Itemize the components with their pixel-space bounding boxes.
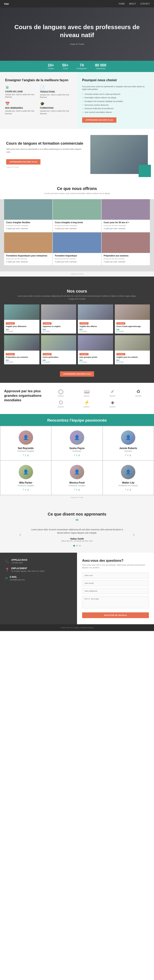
team-name-walter: Walter Lily	[106, 481, 150, 484]
dot-2[interactable]	[76, 545, 78, 547]
mila-facebook-icon[interactable]: f	[23, 488, 24, 491]
testimonial-next-button[interactable]: ›	[133, 532, 135, 537]
nos-cours-title: Nos cours	[4, 283, 150, 295]
why-list: Ommodo veniam sunt in culpa qui deserunt…	[82, 93, 149, 114]
contact-phone-label: APPELEZ-NOUS	[11, 559, 27, 561]
cours-title-3: Anglais des affaires	[79, 325, 111, 328]
cours-price-8: $65	[116, 359, 148, 361]
logo-item-4: ♻ CERFET	[127, 389, 150, 397]
cours-price-label-4: Prix Anglais	[116, 331, 148, 332]
offering-price-5: À partir par mois: mensuel	[55, 261, 99, 263]
dot-3[interactable]	[79, 545, 81, 547]
sasha-twitter-icon[interactable]: y	[76, 454, 77, 456]
cours-title-6: Cours particuliers	[43, 356, 75, 359]
walter-twitter-icon[interactable]: y	[127, 488, 128, 491]
cours-card-7: Prochaine Inter-groupes privés $65 Prix …	[78, 335, 113, 364]
cours-card-1: Prochaine Anglais pour débutants $48 Pri…	[4, 304, 39, 334]
logo-item-3: ✓ CERFET	[101, 389, 124, 397]
why-item-3: Excepteur sint occaecat cupidatat non pr…	[82, 100, 149, 103]
offering-text-6: Et quis per aut olim mensuel	[104, 258, 148, 260]
nat-google-icon[interactable]: g	[27, 454, 29, 456]
name-input[interactable]	[82, 573, 149, 578]
logo-item-1: ◯ CERFET	[49, 389, 72, 397]
logo-label-1: CERFET	[58, 395, 64, 397]
logo-icon-5: ⬡	[59, 400, 63, 405]
monica-twitter-icon[interactable]: y	[76, 488, 77, 491]
jennie-facebook-icon[interactable]: f	[125, 454, 126, 456]
team-title: Rencontrez l'équipe passionnée	[4, 418, 150, 423]
phone-input[interactable]	[82, 588, 149, 594]
logo-label-3: CERFET	[109, 395, 116, 397]
header: logo HOME ABOUT CONTACT	[0, 0, 154, 7]
monica-facebook-icon[interactable]: f	[74, 488, 75, 491]
logo-label-4: CERFET	[135, 395, 142, 397]
team-role-monica: Professeur d'anglais	[55, 485, 99, 487]
email-input[interactable]	[82, 581, 149, 586]
commercial-learn-more-button[interactable]: APPRENDRE ENCORE PLUS	[6, 159, 40, 164]
jennie-twitter-icon[interactable]: y	[127, 454, 128, 456]
submit-button[interactable]: DISCUTER DE NOVEAU	[82, 612, 149, 618]
offering-text-4: Et quis per aut olim mensuel	[6, 258, 50, 260]
message-textarea[interactable]	[82, 596, 149, 608]
monica-google-icon[interactable]: g	[79, 488, 80, 491]
cours-learn-more-container: APPRENDRE ENCORE PLUS	[4, 368, 150, 377]
offerings-subtitle: Ut enim ad minim veniam, quis nostrud ex…	[0, 192, 154, 199]
walter-google-icon[interactable]: g	[130, 488, 131, 491]
online-icon: 🖥	[5, 85, 37, 90]
offering-price-6: À partir par mois: mensuel	[104, 261, 148, 263]
sasha-google-icon[interactable]: g	[79, 454, 80, 456]
offering-card-5: Formation linguistique Et quis per aut o…	[53, 232, 101, 265]
cours-price-label-6: Prix Anglais	[43, 361, 75, 363]
cours-card-3: Prochaine Anglais des affaires $48 Prix …	[78, 304, 113, 334]
mila-twitter-icon[interactable]: y	[25, 488, 26, 491]
hero-title: Cours de langues avec des professeurs de…	[12, 23, 142, 39]
testimonial-dots	[4, 545, 150, 547]
cours-price-7: $65	[79, 359, 111, 361]
cours-tag-5: Prochaine	[6, 353, 15, 355]
jennie-google-icon[interactable]: g	[130, 454, 131, 456]
cours-price-label-2: Prix Anglais	[43, 331, 75, 332]
cours-title-7: Inter-groupes privés	[79, 356, 111, 359]
stats-bar: 10+ Années 50+ Cours 74 Enseignants 80 0…	[0, 61, 154, 72]
team-social-jennie: f y g	[106, 454, 150, 456]
phone-icon: 📞	[5, 559, 9, 563]
teach-title: Enseigner l'anglais de la meilleure faço…	[5, 78, 72, 83]
hero-section: Cours de langues avec des professeurs de…	[0, 7, 154, 61]
nav-home[interactable]: HOME	[119, 3, 125, 5]
offering-body-1: Cours d'anglais flexibles Et quis per au…	[4, 220, 52, 232]
cours-img-3	[78, 304, 113, 320]
nat-facebook-icon[interactable]: f	[23, 454, 24, 456]
nat-twitter-icon[interactable]: y	[25, 454, 26, 456]
email-icon: ✉	[5, 576, 8, 580]
approved-text: Approuvé par les plus grandes organisati…	[4, 389, 45, 402]
why-item-1: Ommodo veniam sunt in culpa qui deserunt	[82, 93, 149, 95]
offering-body-5: Formation linguistique Et quis per aut o…	[53, 253, 101, 265]
dot-1[interactable]	[73, 545, 75, 547]
cours-card-5: Prochaine Préparation aux examens $65 Pr…	[4, 335, 39, 364]
offering-card-1: Cours d'anglais flexibles Et quis per au…	[4, 199, 52, 232]
team-header: Rencontrez l'équipe passionnée	[0, 414, 154, 426]
cours-body-2: Prochaine Apprenez en anglais $48 Prix A…	[41, 320, 76, 334]
walter-facebook-icon[interactable]: f	[125, 488, 126, 491]
cours-card-2: Prochaine Apprenez en anglais $48 Prix A…	[41, 304, 76, 334]
nav-about[interactable]: ABOUT	[129, 3, 136, 5]
nav-contact[interactable]: CONTACT	[140, 3, 150, 5]
team-avatar-nat: 👤	[19, 430, 33, 445]
cours-body-1: Prochaine Anglais pour débutants $48 Pri…	[4, 320, 39, 334]
cours-img-6	[41, 335, 76, 351]
cours-price-5: $65	[6, 359, 38, 361]
cours-price-label-3: Prix Anglais	[79, 331, 111, 332]
cours-price-3: $48	[79, 328, 111, 331]
sasha-facebook-icon[interactable]: f	[74, 454, 75, 456]
why-learn-more-button[interactable]: APPRENDRE ENCORE PLUS	[82, 117, 116, 123]
testimonial-prev-button[interactable]: ‹	[19, 532, 21, 537]
cours-learn-more-button[interactable]: APPRENDRE ENCORE PLUS	[60, 371, 94, 377]
cours-title-2: Apprenez en anglais	[43, 325, 75, 328]
mila-google-icon[interactable]: g	[27, 488, 29, 491]
feature-translations: 📄 TRADUCTIONS Sample text. Click to sele…	[40, 85, 72, 99]
cours-price-label-7: Prix Anglais	[79, 361, 111, 363]
name-field-container	[82, 573, 149, 578]
stat-teachers: 74 Enseignants	[77, 63, 87, 70]
team-card-walter: 👤 Walter Lily Professeur de Français f y…	[103, 461, 154, 495]
cours-img-8	[115, 335, 150, 351]
